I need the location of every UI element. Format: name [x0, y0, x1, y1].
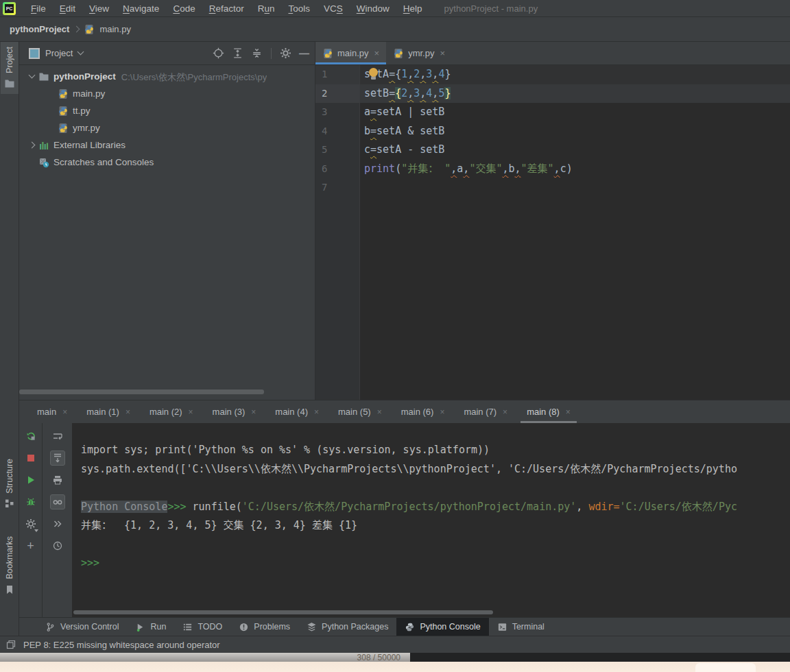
- tool-window-version-control[interactable]: Version Control: [37, 618, 127, 636]
- close-icon[interactable]: ×: [189, 407, 193, 417]
- menu-refactor[interactable]: Refactor: [202, 3, 251, 14]
- breadcrumb-project[interactable]: pythonProject: [10, 24, 69, 34]
- console-tab-main[interactable]: main×: [27, 400, 77, 423]
- console-tab-main-3-[interactable]: main (3)×: [203, 400, 266, 423]
- close-icon[interactable]: ×: [503, 407, 507, 417]
- code-token: b: [364, 125, 370, 137]
- console-horizontal-scrollbar[interactable]: [73, 610, 493, 614]
- console-tab-main-7-[interactable]: main (7)×: [454, 400, 517, 423]
- run-icon[interactable]: [23, 472, 38, 488]
- soft-wrap-icon[interactable]: [50, 429, 65, 444]
- tool-window-button-project[interactable]: Project: [1, 42, 19, 94]
- tree-item-scratches-and-consoles[interactable]: Scratches and Consoles: [19, 154, 315, 171]
- status-message[interactable]: PEP 8: E225 missing whitespace around op…: [23, 640, 220, 650]
- chevron-down-icon[interactable]: [77, 49, 84, 56]
- console-tab-main-1-[interactable]: main (1)×: [77, 400, 140, 423]
- tree-item-main-py[interactable]: main.py: [19, 85, 315, 102]
- close-icon[interactable]: ×: [62, 407, 67, 417]
- line-number: 7: [315, 178, 360, 197]
- tree-item-external-libraries[interactable]: External Libraries: [19, 136, 315, 154]
- chevron-down-icon[interactable]: [28, 72, 35, 79]
- menu-help[interactable]: Help: [396, 3, 429, 14]
- code-line[interactable]: setB={2,3,4,5}: [360, 84, 790, 104]
- editor-line-4: 4b=setA & setB: [315, 122, 790, 141]
- editor-tab-main.py[interactable]: main.py×: [315, 42, 386, 64]
- tree-item-ymr-py[interactable]: ymr.py: [19, 119, 315, 136]
- menu-view[interactable]: View: [82, 3, 116, 14]
- close-icon[interactable]: ×: [314, 407, 319, 417]
- tree-item-pythonproject[interactable]: pythonProjectC:\Users\依木然\PycharmProject…: [19, 68, 315, 85]
- history-icon[interactable]: [50, 538, 65, 553]
- debug-icon: [25, 496, 36, 507]
- locate-icon[interactable]: [213, 47, 224, 59]
- code-line[interactable]: b=setA & setB: [360, 122, 790, 141]
- console-tab-main-8-[interactable]: main (8)×: [517, 400, 580, 423]
- menu-tools[interactable]: Tools: [281, 3, 317, 14]
- breadcrumb-file[interactable]: main.py: [99, 24, 131, 34]
- expand-all-icon[interactable]: [232, 47, 243, 59]
- scroll-to-end-icon[interactable]: [50, 451, 65, 466]
- tool-windows-icon[interactable]: [5, 639, 16, 650]
- debug-icon[interactable]: [23, 494, 38, 509]
- tool-window-terminal[interactable]: Terminal: [489, 618, 553, 636]
- menu-window[interactable]: Window: [350, 3, 396, 14]
- menu-file[interactable]: File: [24, 3, 53, 14]
- editor-line-7: 7: [315, 178, 790, 197]
- stop-icon[interactable]: [23, 451, 38, 466]
- tool-window-problems[interactable]: Problems: [230, 618, 298, 636]
- close-icon[interactable]: ×: [125, 407, 130, 417]
- tree-item-tt-py[interactable]: tt.py: [19, 102, 315, 119]
- rerun-icon[interactable]: [23, 429, 38, 444]
- menu-code[interactable]: Code: [166, 3, 202, 14]
- editor-tab-ymr.py[interactable]: ymr.py×: [386, 42, 452, 64]
- tool-window-python-packages[interactable]: Python Packages: [298, 618, 396, 636]
- code-line[interactable]: [360, 178, 790, 197]
- hide-icon[interactable]: —: [299, 47, 309, 59]
- console-line-2: sys.path.extend(['C:\\Users\\依木然\\Pychar…: [81, 460, 790, 479]
- tree-chevron-slot[interactable]: [25, 143, 38, 147]
- console-tab-main-4-[interactable]: main (4)×: [265, 400, 328, 423]
- collapse-all-icon[interactable]: [251, 47, 263, 59]
- project-horizontal-scrollbar[interactable]: [19, 389, 264, 394]
- code-empty-area[interactable]: [360, 197, 790, 400]
- menu-vcs[interactable]: VCS: [317, 3, 350, 14]
- console-output[interactable]: import sys; print('Python %s on %s' % (s…: [72, 423, 790, 617]
- tree-chevron-slot[interactable]: [25, 75, 38, 77]
- console-tab-main-2-[interactable]: main (2)×: [140, 400, 203, 423]
- console-tab-main-6-[interactable]: main (6)×: [392, 400, 455, 423]
- browse-history-icon[interactable]: [50, 516, 65, 531]
- show-variables-icon[interactable]: [50, 494, 65, 509]
- tool-window-todo[interactable]: TODO: [174, 618, 230, 636]
- menu-edit[interactable]: Edit: [53, 3, 82, 14]
- tool-window-button-bookmarks[interactable]: Bookmarks: [1, 531, 19, 600]
- menu-run[interactable]: Run: [251, 3, 282, 14]
- console-tab-main-5-[interactable]: main (5)×: [328, 400, 392, 423]
- close-icon[interactable]: ×: [566, 407, 571, 417]
- close-icon[interactable]: ×: [440, 48, 445, 58]
- code-line[interactable]: setA={1,2,3,4}: [360, 65, 790, 84]
- code-line[interactable]: a=setA | setB: [360, 103, 790, 122]
- chevron-right-icon[interactable]: [28, 142, 35, 149]
- print-icon[interactable]: [50, 472, 65, 488]
- settings-icon[interactable]: [23, 516, 38, 531]
- code-line[interactable]: c=setA - setB: [360, 141, 790, 160]
- tool-window-python-console[interactable]: Python Console: [396, 618, 488, 636]
- code-line[interactable]: print("并集： ",a,"交集",b,"差集",c): [360, 160, 790, 179]
- tool-window-button-structure[interactable]: Structure: [1, 454, 19, 514]
- close-icon[interactable]: ×: [251, 407, 256, 417]
- add-icon[interactable]: +: [23, 538, 38, 553]
- close-icon[interactable]: ×: [377, 407, 382, 417]
- settings-icon[interactable]: [280, 47, 291, 59]
- close-icon[interactable]: ×: [440, 407, 444, 417]
- close-icon[interactable]: ×: [374, 48, 380, 58]
- print-icon: [52, 475, 63, 485]
- libraries-icon: [38, 140, 49, 151]
- editor-empty-area[interactable]: [315, 197, 790, 400]
- code-token: }: [444, 87, 451, 99]
- line-number: 5: [315, 141, 360, 160]
- menu-navigate[interactable]: Navigate: [116, 3, 166, 14]
- intention-bulb-icon[interactable]: [369, 68, 378, 80]
- project-panel-title[interactable]: Project: [45, 48, 73, 58]
- breadcrumb: pythonProject main.py: [0, 17, 790, 42]
- tool-window-run[interactable]: Run: [127, 618, 174, 636]
